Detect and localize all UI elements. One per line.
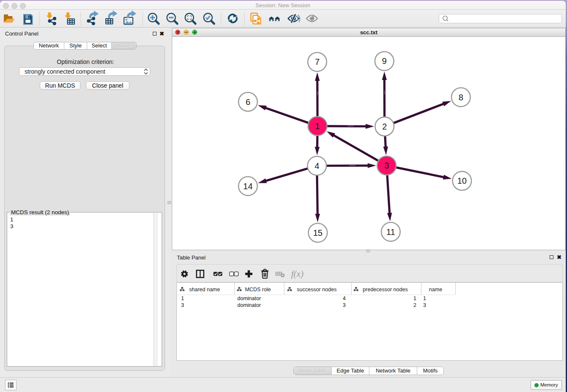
svg-text:8: 8 — [459, 93, 463, 102]
svg-text:2: 2 — [382, 122, 387, 131]
svg-text:4: 4 — [314, 161, 319, 171]
svg-text:6: 6 — [245, 97, 250, 107]
svg-text:14: 14 — [243, 182, 253, 191]
svg-text:7: 7 — [315, 57, 319, 66]
svg-text:9: 9 — [382, 56, 387, 66]
svg-text:11: 11 — [386, 227, 395, 237]
svg-text:15: 15 — [313, 228, 322, 237]
svg-text:10: 10 — [457, 176, 467, 185]
svg-text:3: 3 — [384, 161, 389, 170]
svg-text:1: 1 — [315, 121, 320, 131]
svg-text:f(x): f(x) — [291, 269, 303, 279]
